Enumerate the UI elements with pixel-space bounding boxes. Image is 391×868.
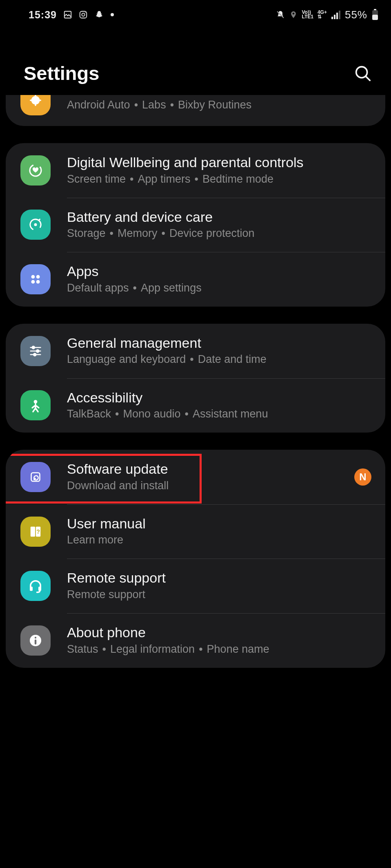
row-title: Apps: [67, 263, 371, 280]
settings-group: Android Auto•Labs•Bixby Routines: [6, 95, 385, 126]
separator-dot-icon: •: [162, 227, 165, 239]
row-subtitle-part: Remote support: [67, 588, 145, 601]
svg-rect-10: [372, 15, 378, 20]
svg-rect-16: [30, 99, 33, 101]
row-title: General management: [67, 334, 371, 352]
heart-ring-icon: [20, 155, 51, 186]
gallery-icon: [63, 10, 72, 19]
vibrate-icon: [275, 10, 285, 20]
row-subtitle-part: TalkBack: [67, 408, 111, 420]
row-subtitle-part: Status: [67, 643, 98, 655]
row-subtitle-part: Android Auto: [67, 99, 130, 111]
row-title: Digital Wellbeing and parental controls: [67, 154, 371, 171]
row-texts: User manualLearn more: [67, 515, 371, 548]
svg-rect-8: [374, 9, 376, 10]
row-subtitle-part: Bixby Routines: [178, 99, 251, 111]
settings-row-software-update[interactable]: Software updateDownload and installN: [6, 450, 385, 504]
row-subtitle: Default apps•App settings: [67, 280, 371, 296]
settings-row-remote-support[interactable]: Remote supportRemote support: [6, 559, 385, 613]
row-subtitle-part: Learn more: [67, 534, 123, 546]
row-subtitle: TalkBack•Mono audio•Assistant menu: [67, 406, 371, 422]
status-left: 15:39: [29, 9, 114, 21]
row-texts: General managementLanguage and keyboard•…: [67, 334, 371, 368]
svg-point-3: [85, 12, 86, 13]
row-texts: Battery and device careStorage•Memory•De…: [67, 208, 371, 242]
separator-dot-icon: •: [199, 643, 202, 655]
network-type-icon: 4G+⇅: [318, 10, 327, 19]
row-subtitle-part: Phone name: [207, 643, 269, 655]
settings-group: Software updateDownload and installN?Use…: [6, 450, 385, 668]
row-texts: AccessibilityTalkBack•Mono audio•Assista…: [67, 389, 371, 422]
svg-line-12: [366, 76, 370, 80]
settings-row-general-management[interactable]: General managementLanguage and keyboard•…: [6, 324, 385, 378]
settings-row-battery-and-device-care[interactable]: Battery and device careStorage•Memory•De…: [6, 198, 385, 252]
row-texts: About phoneStatus•Legal information•Phon…: [67, 624, 371, 657]
separator-dot-icon: •: [134, 99, 138, 111]
svg-rect-1: [80, 11, 87, 18]
svg-point-26: [32, 346, 35, 349]
search-button[interactable]: [352, 62, 374, 84]
snapchat-icon: [94, 10, 104, 20]
row-title: Remote support: [67, 569, 371, 587]
volte-icon: Vo))LTE1: [302, 10, 313, 19]
row-subtitle-part: Screen time: [67, 173, 126, 185]
headset-icon: [20, 571, 51, 601]
row-texts: AppsDefault apps•App settings: [67, 263, 371, 296]
settings-group: General managementLanguage and keyboard•…: [6, 324, 385, 433]
care-ring-icon: [20, 210, 51, 240]
svg-rect-40: [35, 639, 36, 644]
four-dots-icon: [20, 264, 51, 294]
row-texts: Remote supportRemote support: [67, 569, 371, 603]
row-subtitle: Status•Legal information•Phone name: [67, 641, 371, 657]
svg-rect-33: [31, 526, 35, 537]
svg-point-39: [35, 637, 36, 638]
row-subtitle-part: Labs: [142, 99, 166, 111]
svg-point-23: [31, 280, 35, 284]
plus-icon: [20, 95, 51, 115]
separator-dot-icon: •: [133, 282, 137, 294]
svg-rect-36: [30, 587, 33, 591]
status-bar: 15:39 Vo))LTE1 4G+⇅ 55%: [0, 0, 391, 24]
row-texts: Software updateDownload and install: [67, 460, 349, 494]
svg-rect-15: [35, 103, 36, 106]
row-subtitle-part: Bedtime mode: [202, 173, 273, 185]
page-title: Settings: [24, 62, 99, 84]
row-subtitle-part: Mono audio: [123, 408, 181, 420]
separator-dot-icon: •: [110, 227, 113, 239]
row-subtitle-part: Storage: [67, 227, 106, 239]
sliders-icon: [20, 336, 51, 366]
row-title: Accessibility: [67, 389, 371, 406]
settings-row-apps[interactable]: AppsDefault apps•App settings: [6, 252, 385, 307]
settings-row-accessibility[interactable]: AccessibilityTalkBack•Mono audio•Assista…: [6, 378, 385, 433]
row-subtitle: Download and install: [67, 478, 349, 494]
svg-rect-17: [38, 99, 41, 101]
notification-badge: N: [354, 468, 371, 486]
svg-rect-5: [334, 15, 335, 19]
row-subtitle: Learn more: [67, 532, 371, 548]
settings-group: Digital Wellbeing and parental controlsS…: [6, 143, 385, 307]
settings-row-digital-wellbeing-and-parental-controls[interactable]: Digital Wellbeing and parental controlsS…: [6, 143, 385, 198]
row-title: User manual: [67, 515, 371, 532]
settings-list[interactable]: Android Auto•Labs•Bixby RoutinesDigital …: [0, 95, 391, 692]
row-title: About phone: [67, 624, 371, 641]
row-subtitle-part: Memory: [118, 227, 158, 239]
row-subtitle-part: Assistant menu: [193, 408, 268, 420]
settings-row-android-auto[interactable]: Android Auto•Labs•Bixby Routines: [6, 95, 385, 126]
settings-row-about-phone[interactable]: About phoneStatus•Legal information•Phon…: [6, 613, 385, 668]
row-texts: Android Auto•Labs•Bixby Routines: [67, 97, 371, 113]
settings-row-user-manual[interactable]: ?User manualLearn more: [6, 504, 385, 559]
svg-point-21: [31, 275, 35, 279]
svg-point-28: [36, 350, 39, 352]
svg-point-20: [34, 223, 37, 226]
separator-dot-icon: •: [102, 643, 106, 655]
svg-rect-4: [331, 17, 333, 19]
separator-dot-icon: •: [115, 408, 119, 420]
info-icon: [20, 625, 51, 656]
row-title: Software update: [67, 460, 349, 478]
separator-dot-icon: •: [185, 408, 189, 420]
row-subtitle: Screen time•App timers•Bedtime mode: [67, 171, 371, 187]
row-subtitle-part: App settings: [141, 282, 202, 294]
row-subtitle-part: Download and install: [67, 479, 169, 492]
svg-text:?: ?: [36, 528, 40, 535]
update-icon: [20, 462, 51, 492]
